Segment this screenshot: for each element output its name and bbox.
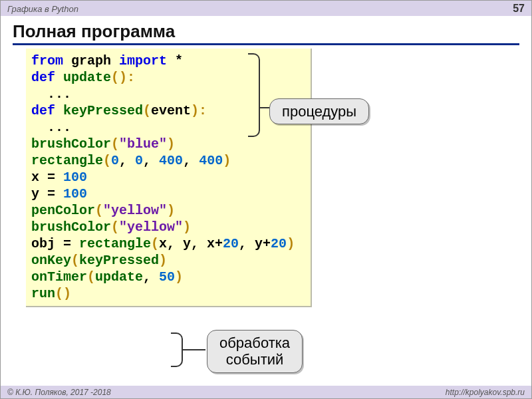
slide-title: Полная программа [13,21,519,45]
page-number: 57 [513,3,525,15]
brace-procedures [248,53,260,137]
brace-events [171,332,183,367]
callout-events: обработка событий [207,330,303,373]
callout-procedures: процедуры [269,98,369,124]
slide-footer: © К.Ю. Поляков, 2017 -2018 http://kpolya… [1,386,531,398]
brace-tip [260,107,269,108]
header-subject: Графика в Python [7,4,78,14]
code-block: from graph import * def update(): ... de… [26,49,312,307]
footer-copyright: © К.Ю. Поляков, 2017 -2018 [7,388,111,397]
brace-tip [183,349,205,350]
footer-url: http://kpolyakov.spb.ru [446,388,525,397]
slide-header: Графика в Python 57 [1,1,531,16]
